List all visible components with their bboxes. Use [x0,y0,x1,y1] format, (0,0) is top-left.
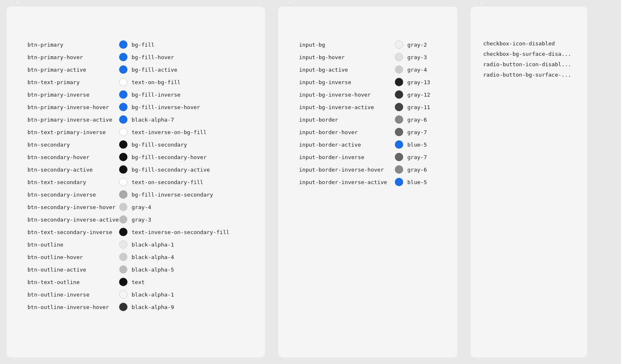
table-row: input-bg-active gray-4 [299,63,436,76]
value-label: blue-5 [407,142,427,148]
color-dot [119,253,127,261]
token-name: checkbox-icon-disabled [483,40,575,47]
value-cell: gray-6 [395,115,427,124]
token-name: btn-secondary [27,142,119,148]
color-dot [119,190,127,199]
table-row: input-border-active blue-5 [299,138,436,151]
value-label: gray-3 [132,217,151,223]
table-row: btn-outline-inverse black-alpha-1 [27,288,244,301]
value-label: black-alpha-5 [132,267,174,273]
token-name: btn-outline-inverse [27,292,119,298]
color-dot [119,65,127,74]
table-row: input-bg-inverse-hover gray-12 [299,88,436,101]
value-label: text-on-secondary-fill [132,179,203,185]
value-label: gray-7 [407,129,427,135]
color-dot [119,153,127,161]
value-cell: gray-3 [395,53,427,61]
value-cell: bg-fill-active [119,65,177,74]
value-cell: bg-fill [119,40,155,49]
token-name: input-border-inverse [299,154,395,160]
radio-tab[interactable] [479,2,486,4]
input-table-header [299,33,436,37]
token-name: btn-primary-hover [27,54,119,60]
table-row: btn-primary-inverse-active black-alpha-7 [27,113,244,126]
token-name: btn-text-secondary-inverse [27,229,119,235]
table-row: btn-primary-active bg-fill-active [27,63,244,76]
table-row: input-border gray-6 [299,113,436,126]
value-label: bg-fill-inverse-hover [132,104,200,110]
color-dot [119,265,127,274]
color-dot [119,115,127,124]
value-label: bg-fill-active [132,67,177,73]
table-row: input-border-inverse-active blue-5 [299,176,436,188]
token-name: input-border-inverse-hover [299,167,395,173]
value-cell: text [119,278,145,286]
value-cell: gray-11 [395,103,430,111]
table-row: btn-outline-active black-alpha-5 [27,263,244,276]
token-name: input-bg-inverse-active [299,104,395,110]
value-label: blue-5 [407,179,427,185]
token-name: btn-outline [27,242,119,248]
value-cell: gray-7 [395,153,427,161]
value-cell: bg-fill-inverse-hover [119,103,200,111]
table-row: input-border-hover gray-7 [299,126,436,138]
token-name: radio-button-icon-disabl... [483,61,575,67]
token-name: btn-secondary-inverse [27,192,119,198]
value-cell: bg-fill-secondary-active [119,165,210,174]
color-dot [395,178,403,186]
value-cell: black-alpha-9 [119,303,174,311]
value-label: gray-7 [407,154,427,160]
buttons-table-header [27,33,244,37]
table-row: btn-primary-inverse-hover bg-fill-invers… [27,101,244,113]
token-name: btn-primary [27,42,119,48]
value-cell: gray-3 [119,215,151,224]
token-name: radio-button-bg-surface-... [483,72,575,78]
table-row: btn-primary-inverse bg-fill-inverse [27,88,244,101]
color-dot [395,65,403,74]
value-label: gray-11 [407,104,430,110]
value-label: black-alpha-4 [132,254,174,260]
token-name: checkbox-bg-surface-disa... [483,51,575,57]
value-label: text [132,279,145,285]
radio-panel: checkbox-icon-disabled checkbox-bg-surfa… [471,7,587,357]
buttons-table: btn-primary bg-fill btn-primary-hover bg… [27,38,244,313]
table-row: input-bg-inverse gray-13 [299,76,436,88]
buttons-panel: btn-primary bg-fill btn-primary-hover bg… [7,7,265,357]
value-cell: black-alpha-4 [119,253,174,261]
color-dot [119,103,127,111]
token-name: input-border [299,117,395,123]
color-dot [119,90,127,99]
color-dot [119,78,127,86]
value-cell: black-alpha-1 [119,240,174,249]
value-cell: text-inverse-on-secondary-fill [119,228,229,236]
token-name: btn-primary-inverse-hover [27,104,119,110]
color-dot [395,90,403,99]
table-row: btn-secondary-active bg-fill-secondary-a… [27,163,244,176]
token-name: input-bg-inverse [299,79,395,85]
color-dot [119,128,127,136]
value-label: gray-12 [407,92,430,98]
color-dot [395,53,403,61]
table-row: btn-secondary bg-fill-secondary [27,138,244,151]
token-name: btn-text-outline [27,279,119,285]
table-row: btn-text-outline text [27,276,244,288]
table-row: input-border-inverse gray-7 [299,151,436,163]
token-name: btn-outline-inverse-hover [27,304,119,310]
value-cell: gray-4 [395,65,427,74]
table-row: input-bg-inverse-active gray-11 [299,101,436,113]
token-name: btn-primary-inverse-active [27,117,119,123]
token-name: btn-secondary-hover [27,154,119,160]
table-row: btn-outline black-alpha-1 [27,238,244,251]
buttons-tab[interactable] [15,2,22,4]
token-name: btn-primary-active [27,67,119,73]
token-name: btn-outline-active [27,267,119,273]
value-label: bg-fill-secondary-active [132,167,210,173]
value-label: bg-fill-inverse [132,92,180,98]
value-cell: gray-13 [395,78,430,86]
token-name: btn-secondary-inverse-active [27,217,119,223]
input-tab[interactable] [287,2,294,4]
table-row: checkbox-icon-disabled [483,38,575,49]
color-dot [395,78,403,86]
value-cell: black-alpha-1 [119,290,174,299]
table-row: btn-text-secondary-inverse text-inverse-… [27,226,244,238]
